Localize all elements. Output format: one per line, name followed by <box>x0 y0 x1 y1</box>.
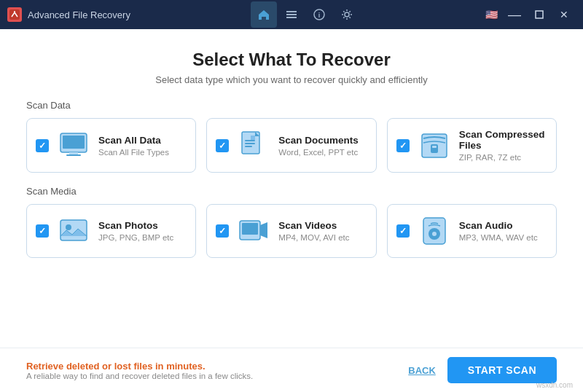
checkbox-scan-documents[interactable] <box>216 139 229 152</box>
svg-text:i: i <box>318 12 321 19</box>
card-scan-audio[interactable]: Scan Audio MP3, WMA, WAV etc <box>387 204 557 258</box>
scan-media-grid: Scan Photos JPG, PNG, BMP etc Scan Video… <box>26 204 557 258</box>
checkbox-scan-all[interactable] <box>36 139 49 152</box>
zip-icon <box>418 130 450 162</box>
card-scan-compressed-text: Scan Compressed Files ZIP, RAR, 7Z etc <box>459 129 547 162</box>
card-scan-all-text: Scan All Data Scan All File Types <box>98 135 187 157</box>
card-scan-videos-text: Scan Videos MP4, MOV, AVI etc <box>278 220 367 242</box>
card-scan-docs-subtitle: Word, Excel, PPT etc <box>278 148 367 157</box>
audio-icon <box>418 215 450 247</box>
close-button[interactable]: ✕ <box>552 4 576 25</box>
card-scan-audio-title: Scan Audio <box>459 220 547 231</box>
monitor-icon <box>58 130 90 162</box>
card-scan-photos[interactable]: Scan Photos JPG, PNG, BMP etc <box>26 204 196 258</box>
main-content: Select What To Recover Select data type … <box>0 29 583 392</box>
svg-rect-18 <box>251 136 255 140</box>
svg-point-23 <box>66 224 71 230</box>
watermark: wsxdn.com <box>531 380 579 389</box>
titlebar: Advanced File Recovery i <box>0 0 583 29</box>
page-subtitle: Select data type which you want to recov… <box>15 74 568 85</box>
card-scan-compressed-subtitle: ZIP, RAR, 7Z etc <box>459 153 547 162</box>
content-header: Select What To Recover Select data type … <box>0 29 583 100</box>
footer: Retrieve deleted or lost files in minute… <box>0 348 583 392</box>
titlebar-controls: 🇺🇸 — ✕ <box>481 4 576 25</box>
svg-rect-4 <box>286 17 297 18</box>
footer-text: Retrieve deleted or lost files in minute… <box>26 361 408 380</box>
nav-list[interactable] <box>278 1 305 28</box>
svg-rect-22 <box>60 220 87 240</box>
doc-icon <box>238 130 270 162</box>
checkbox-scan-videos[interactable] <box>216 224 229 238</box>
svg-rect-11 <box>63 136 85 149</box>
card-scan-documents[interactable]: Scan Documents Word, Excel, PPT etc <box>206 118 376 173</box>
svg-rect-3 <box>286 14 297 15</box>
footer-sub-text: A reliable way to find and recover delet… <box>26 372 408 380</box>
card-scan-photos-subtitle: JPG, PNG, BMP etc <box>98 233 187 242</box>
card-scan-audio-subtitle: MP3, WMA, WAV etc <box>459 233 547 242</box>
card-scan-videos-subtitle: MP4, MOV, AVI etc <box>278 233 367 242</box>
svg-point-1 <box>14 11 15 12</box>
svg-rect-17 <box>245 146 252 147</box>
card-scan-docs-title: Scan Documents <box>278 135 367 146</box>
svg-rect-21 <box>432 146 437 148</box>
svg-rect-9 <box>536 11 543 18</box>
card-scan-all[interactable]: Scan All Data Scan All File Types <box>26 118 196 173</box>
checkbox-scan-photos[interactable] <box>36 224 49 238</box>
photo-icon <box>58 215 90 247</box>
video-icon <box>238 215 270 247</box>
titlebar-nav: i <box>251 1 360 28</box>
nav-home[interactable] <box>251 1 277 28</box>
footer-main-text: Retrieve deleted or lost files in minute… <box>26 361 408 372</box>
scan-data-label: Scan Data <box>26 100 557 111</box>
flag-icon: 🇺🇸 <box>481 7 501 22</box>
card-scan-photos-text: Scan Photos JPG, PNG, BMP etc <box>98 220 187 242</box>
back-button[interactable]: BACK <box>408 365 436 376</box>
card-scan-videos[interactable]: Scan Videos MP4, MOV, AVI etc <box>206 204 376 258</box>
scan-media-label: Scan Media <box>26 186 557 197</box>
svg-point-28 <box>432 232 437 236</box>
nav-settings[interactable] <box>334 1 360 28</box>
minimize-button[interactable]: — <box>503 4 526 25</box>
svg-rect-16 <box>245 143 255 144</box>
svg-rect-13 <box>66 154 81 156</box>
svg-rect-5 <box>286 11 289 12</box>
maximize-button[interactable] <box>528 4 551 25</box>
scan-data-grid: Scan All Data Scan All File Types <box>26 118 557 173</box>
card-scan-all-subtitle: Scan All File Types <box>98 148 187 157</box>
card-scan-compressed-title: Scan Compressed Files <box>459 129 547 151</box>
app-title: Advanced File Recovery <box>28 9 130 20</box>
nav-info[interactable]: i <box>306 1 332 28</box>
page-title: Select What To Recover <box>15 50 568 70</box>
app-icon <box>7 7 22 22</box>
checkbox-scan-audio[interactable] <box>396 224 410 238</box>
card-scan-compressed[interactable]: Scan Compressed Files ZIP, RAR, 7Z etc <box>387 118 557 173</box>
svg-rect-12 <box>69 152 78 154</box>
svg-rect-20 <box>431 144 438 153</box>
card-scan-all-title: Scan All Data <box>98 135 187 146</box>
svg-rect-15 <box>245 140 255 141</box>
card-scan-audio-text: Scan Audio MP3, WMA, WAV etc <box>459 220 547 242</box>
card-scan-docs-text: Scan Documents Word, Excel, PPT etc <box>278 135 367 157</box>
card-scan-videos-title: Scan Videos <box>278 220 367 231</box>
titlebar-left: Advanced File Recovery <box>7 7 130 22</box>
svg-point-8 <box>345 12 349 17</box>
checkbox-scan-compressed[interactable] <box>396 139 410 152</box>
content-body: Scan Data Scan All Data Scan All File Ty… <box>0 100 583 348</box>
card-scan-photos-title: Scan Photos <box>98 220 187 231</box>
svg-rect-25 <box>242 223 258 235</box>
